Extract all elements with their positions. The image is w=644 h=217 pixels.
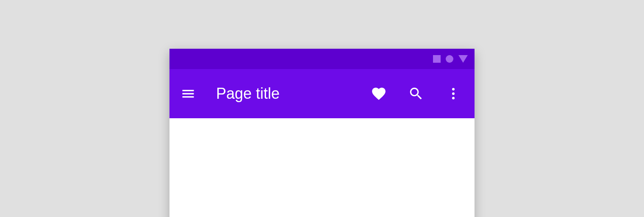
status-bar xyxy=(169,49,475,69)
action-group xyxy=(369,84,466,103)
svg-rect-2 xyxy=(183,96,194,97)
svg-rect-0 xyxy=(183,90,194,91)
content-area xyxy=(169,118,475,217)
svg-point-5 xyxy=(452,97,455,100)
menu-button[interactable] xyxy=(178,83,198,104)
overflow-menu-button[interactable] xyxy=(444,84,463,103)
more-vert-icon xyxy=(446,86,461,101)
svg-rect-1 xyxy=(183,93,194,95)
circle-icon xyxy=(446,55,453,63)
triangle-down-icon xyxy=(458,55,468,63)
svg-point-4 xyxy=(452,92,455,95)
page-title: Page title xyxy=(216,85,369,103)
app-bar: Page title xyxy=(169,69,475,118)
heart-icon xyxy=(371,86,387,102)
svg-point-3 xyxy=(452,88,455,91)
favorite-button[interactable] xyxy=(369,84,388,103)
square-icon xyxy=(433,55,441,63)
menu-icon xyxy=(180,86,196,101)
search-icon xyxy=(408,86,424,102)
search-button[interactable] xyxy=(407,84,425,103)
device-frame: Page title xyxy=(169,49,475,217)
